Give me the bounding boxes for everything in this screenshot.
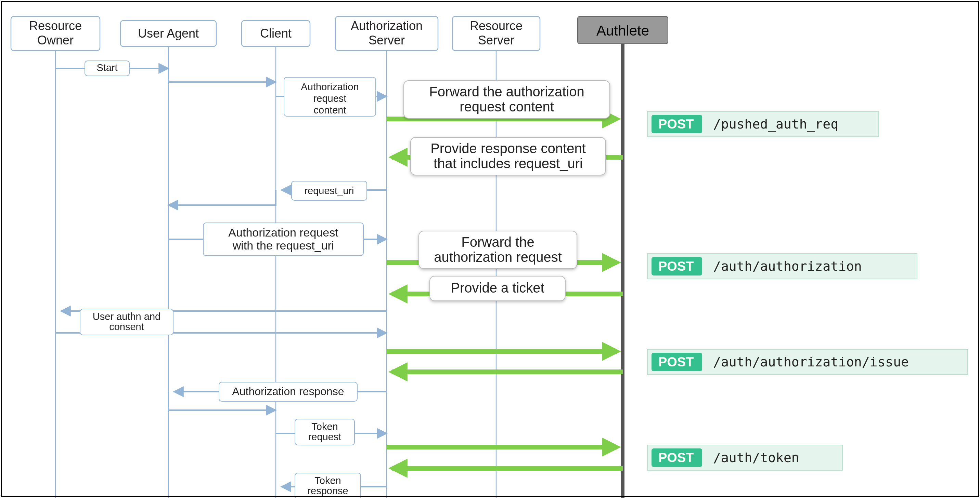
svg-text:Resource: Resource bbox=[29, 19, 82, 33]
api-auth-authorization-issue: POST /auth/authorization/issue bbox=[648, 349, 968, 374]
msg-client-to-ua bbox=[169, 190, 276, 205]
svg-text:Server: Server bbox=[369, 33, 405, 47]
svg-text:User Agent: User Agent bbox=[138, 26, 199, 40]
svg-text:that includes request_uri: that includes request_uri bbox=[434, 156, 583, 171]
svg-text:Start: Start bbox=[97, 62, 118, 73]
svg-text:content: content bbox=[313, 105, 346, 116]
svg-text:POST: POST bbox=[659, 450, 694, 465]
svg-text:with the request_uri: with the request_uri bbox=[232, 239, 334, 252]
svg-text:Authorization request: Authorization request bbox=[228, 226, 339, 239]
svg-text:request content: request content bbox=[460, 99, 554, 114]
svg-text:/pushed_auth_req: /pushed_auth_req bbox=[713, 117, 838, 132]
svg-text:/auth/authorization/issue: /auth/authorization/issue bbox=[713, 354, 909, 370]
svg-text:POST: POST bbox=[659, 259, 694, 273]
svg-text:POST: POST bbox=[659, 355, 694, 369]
svg-text:Owner: Owner bbox=[37, 33, 73, 47]
svg-text:consent: consent bbox=[109, 321, 144, 332]
svg-text:Token: Token bbox=[311, 421, 338, 432]
api-auth-authorization: POST /auth/authorization bbox=[648, 254, 917, 279]
svg-text:Client: Client bbox=[260, 26, 291, 40]
svg-text:response: response bbox=[307, 485, 348, 496]
svg-text:Token: Token bbox=[315, 475, 341, 486]
svg-text:Authorization response: Authorization response bbox=[232, 385, 344, 398]
svg-text:Resource: Resource bbox=[470, 19, 522, 33]
svg-text:request: request bbox=[313, 93, 347, 104]
svg-text:Forward the authorization: Forward the authorization bbox=[429, 84, 584, 99]
svg-text:request: request bbox=[308, 431, 342, 442]
svg-text:Forward the: Forward the bbox=[461, 235, 534, 249]
participants: Resource Owner User Agent Client Authori… bbox=[11, 16, 668, 51]
svg-text:User authn and: User authn and bbox=[93, 311, 161, 322]
svg-text:Authorization: Authorization bbox=[351, 19, 423, 33]
svg-text:Authorization: Authorization bbox=[301, 81, 359, 92]
svg-text:Provide response content: Provide response content bbox=[430, 141, 586, 156]
svg-text:Provide a ticket: Provide a ticket bbox=[451, 280, 544, 295]
msg-ua-to-client bbox=[169, 68, 276, 82]
svg-text:Server: Server bbox=[478, 33, 514, 47]
api-auth-token: POST /auth/token bbox=[648, 445, 842, 470]
svg-text:/auth/authorization: /auth/authorization bbox=[713, 259, 862, 274]
svg-text:request_uri: request_uri bbox=[304, 185, 354, 196]
svg-text:/auth/token: /auth/token bbox=[713, 450, 799, 465]
svg-text:authorization request: authorization request bbox=[434, 249, 562, 265]
svg-text:POST: POST bbox=[659, 117, 694, 131]
api-pushed-auth-req: POST /pushed_auth_req bbox=[648, 111, 879, 137]
svg-text:Authlete: Authlete bbox=[597, 22, 649, 39]
